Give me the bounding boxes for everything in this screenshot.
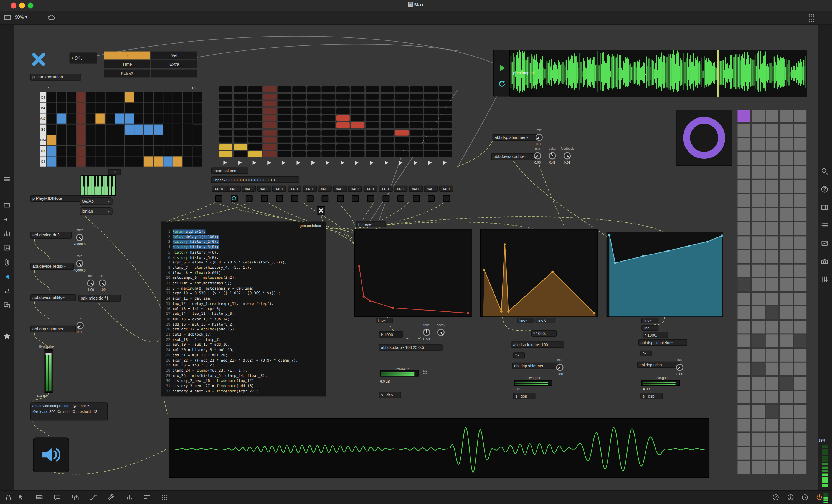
matrix-cell[interactable] — [737, 461, 750, 474]
seq-note-cell[interactable] — [144, 124, 153, 134]
matrix-cell[interactable] — [766, 419, 778, 431]
seq-cell[interactable] — [105, 114, 114, 123]
step-cell[interactable] — [219, 108, 233, 114]
step-cell[interactable] — [351, 151, 364, 157]
step-cell[interactable] — [410, 94, 423, 100]
matrix-cell[interactable] — [780, 461, 792, 474]
piano-black-key[interactable] — [97, 176, 99, 187]
toggle[interactable] — [322, 195, 329, 202]
piano-black-key[interactable] — [107, 176, 109, 187]
seq-cell[interactable] — [125, 146, 134, 156]
matrix-cell[interactable] — [752, 278, 764, 291]
step-cell[interactable] — [219, 130, 233, 136]
scale-menu[interactable]: ionian▼ — [80, 207, 112, 215]
matrix-cell[interactable] — [766, 433, 778, 446]
seq-note-cell[interactable] — [144, 157, 153, 167]
step-cell[interactable] — [234, 151, 248, 157]
matrix-cell[interactable] — [794, 264, 806, 277]
play-triangle-icon[interactable] — [428, 161, 432, 165]
menu-icon[interactable] — [3, 175, 11, 184]
sel-object[interactable]: sel 1 — [439, 186, 453, 192]
step-cell[interactable] — [322, 101, 335, 107]
matrix-cell[interactable] — [780, 405, 792, 418]
step-cell[interactable] — [380, 151, 394, 157]
step-cell[interactable] — [424, 108, 438, 114]
step-cell[interactable] — [307, 122, 320, 128]
mix-dial[interactable] — [676, 363, 684, 372]
multiply-object[interactable]: * 1000. — [643, 332, 668, 338]
step-cell[interactable] — [263, 94, 277, 100]
matrix-cell[interactable] — [737, 194, 750, 207]
play-triangle-icon[interactable] — [297, 161, 301, 165]
matrix-cell[interactable] — [780, 320, 792, 333]
seq-cell[interactable] — [144, 146, 153, 156]
step-cell[interactable] — [439, 94, 452, 100]
toggle[interactable] — [231, 195, 237, 202]
route-object[interactable]: route column — [211, 168, 248, 174]
matrix-cell[interactable] — [752, 208, 764, 221]
step-note-cell[interactable] — [351, 122, 364, 128]
matrix-cell[interactable] — [780, 419, 792, 431]
step-cell[interactable] — [307, 144, 320, 150]
matrix-cell[interactable] — [766, 292, 778, 305]
step-cell[interactable] — [249, 115, 262, 121]
matrix-cell[interactable] — [780, 334, 792, 347]
matrix-cell[interactable] — [766, 391, 778, 403]
step-cell[interactable] — [249, 94, 262, 100]
step-cell[interactable] — [292, 108, 306, 114]
step-cell[interactable] — [336, 86, 350, 92]
step-cell[interactable] — [234, 86, 248, 92]
matrix-cell[interactable] — [766, 222, 778, 235]
matrix-cell[interactable] — [794, 194, 806, 207]
step-cell[interactable] — [292, 115, 306, 121]
step-cell[interactable] — [410, 122, 423, 128]
mix-dial[interactable] — [76, 321, 85, 330]
sel-object[interactable]: sel 16 — [212, 186, 227, 192]
step-cell[interactable] — [366, 137, 379, 143]
step-cell[interactable] — [424, 130, 438, 136]
toggle[interactable] — [397, 195, 405, 202]
step-cell[interactable] — [263, 130, 277, 136]
step-cell[interactable] — [322, 86, 335, 92]
matrix-cell[interactable] — [794, 320, 806, 333]
abl-device-echo[interactable]: abl.device.echo~ — [491, 153, 537, 160]
seq-cell[interactable] — [125, 135, 134, 145]
seq-cell[interactable] — [76, 103, 85, 113]
matrix-cell[interactable] — [752, 180, 764, 193]
seq-cell[interactable] — [183, 114, 192, 123]
seq-cell[interactable] — [134, 157, 144, 167]
search-icon[interactable] — [821, 167, 829, 176]
list-icon[interactable] — [821, 221, 829, 230]
matrix-cell[interactable] — [780, 222, 792, 235]
matrix-cell[interactable] — [780, 138, 792, 150]
info-icon[interactable] — [786, 493, 795, 502]
step-note-cell[interactable] — [234, 144, 248, 150]
seq-note-cell[interactable] — [163, 157, 173, 167]
toggle[interactable] — [246, 195, 253, 202]
seq-cell[interactable] — [192, 135, 202, 145]
matrix-cell[interactable] — [737, 124, 750, 137]
matrix-cell[interactable] — [737, 306, 750, 319]
step-cell[interactable] — [249, 137, 262, 143]
gen-codebox[interactable]: gen.codebox~ 1Param alpha(1);2Delay dela… — [161, 222, 327, 396]
step-cell[interactable] — [292, 144, 306, 150]
seq-cell[interactable] — [154, 135, 163, 145]
seq-cell[interactable] — [183, 146, 192, 156]
step-cell[interactable] — [249, 144, 262, 150]
toggle[interactable] — [337, 195, 344, 202]
lock-icon[interactable] — [4, 493, 13, 502]
seq-cell[interactable] — [115, 103, 124, 113]
step-note-cell[interactable] — [219, 144, 233, 150]
matrix-cell[interactable] — [780, 208, 792, 221]
piano-black-key[interactable] — [101, 176, 103, 187]
seq-cell[interactable] — [115, 124, 124, 134]
abl-device-drift[interactable]: abl.device.drift~ — [30, 232, 72, 239]
matrix-cell[interactable] — [766, 250, 778, 263]
matrix-cell[interactable] — [752, 348, 764, 361]
matrix-cell[interactable] — [737, 250, 750, 263]
step-cell[interactable] — [380, 94, 394, 100]
step-cell[interactable] — [366, 144, 379, 150]
step-cell[interactable] — [307, 151, 320, 157]
tab-time[interactable]: TIme — [104, 60, 150, 68]
times-signal-object[interactable]: *~ — [640, 351, 652, 356]
